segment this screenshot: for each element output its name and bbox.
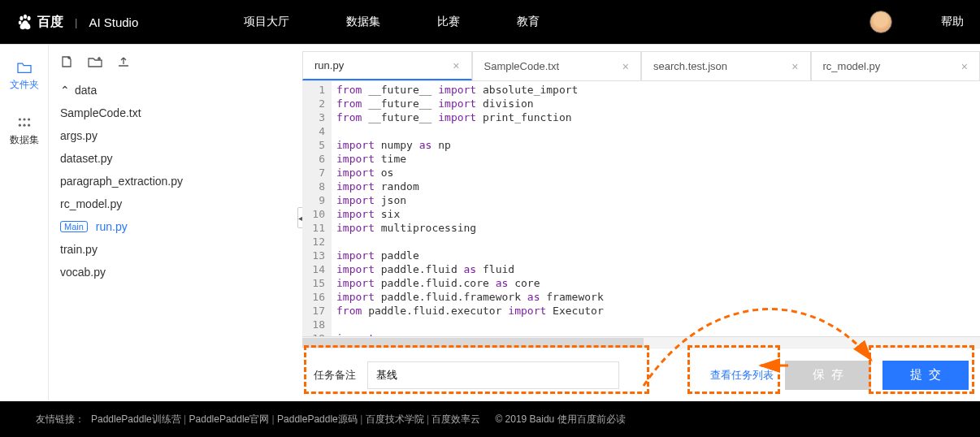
svg-point-6: [28, 118, 30, 120]
footer-link[interactable]: PaddlePaddle官网: [189, 413, 270, 425]
scrollbar-thumb[interactable]: [302, 338, 644, 348]
logo-baidu: 百度: [16, 13, 63, 31]
tab-label: SampleCode.txt: [484, 60, 560, 72]
rail-datasets[interactable]: 数据集: [10, 116, 39, 147]
nav-datasets[interactable]: 数据集: [346, 15, 380, 29]
footer-copyright: © 2019 Baidu 使用百度前必读: [495, 413, 625, 426]
tab-label: rc_model.py: [823, 60, 881, 72]
svg-point-3: [19, 21, 22, 25]
svg-point-5: [23, 118, 25, 120]
svg-point-0: [20, 16, 23, 21]
line-gutter: 123456789101112131415161718192021222324: [302, 81, 332, 336]
logo-separator: |: [75, 16, 77, 28]
top-right: 帮助: [869, 11, 964, 33]
view-tasks-link[interactable]: 查看任务列表: [710, 368, 774, 383]
code-editor[interactable]: 123456789101112131415161718192021222324 …: [302, 80, 980, 336]
new-folder-icon[interactable]: [88, 56, 102, 70]
file-tree: ⌃ data SampleCode.txtargs.pydataset.pypa…: [49, 74, 302, 288]
avatar[interactable]: [869, 11, 892, 33]
chevron-icon: ⌃: [60, 84, 70, 97]
rail-datasets-label: 数据集: [10, 133, 39, 147]
tree-file[interactable]: args.py: [49, 124, 302, 147]
svg-point-2: [28, 16, 31, 21]
editor-tab[interactable]: SampleCode.txt×: [472, 51, 642, 80]
editor-tabs: run.py×SampleCode.txt×search.test.json×r…: [302, 51, 980, 80]
logo[interactable]: 百度 | AI Studio: [16, 13, 138, 31]
close-icon[interactable]: ×: [791, 60, 798, 73]
footer: 友情链接： PaddlePaddle训练营 | PaddlePaddle官网 |…: [0, 401, 980, 437]
svg-point-7: [18, 124, 20, 127]
folder-icon: [16, 61, 33, 74]
footer-link[interactable]: 百度技术学院: [366, 413, 424, 425]
footer-link[interactable]: PaddlePaddle源码: [277, 413, 358, 425]
folder-label: data: [75, 84, 97, 97]
workspace: 文件夹 数据集 ⌃ data SampleCode.txtargs.pydata…: [0, 44, 980, 401]
upload-icon[interactable]: [117, 56, 130, 70]
paw-icon: [16, 13, 34, 31]
task-note-input[interactable]: [367, 361, 619, 389]
help-link[interactable]: 帮助: [941, 15, 964, 29]
tree-folder-data[interactable]: ⌃ data: [49, 79, 302, 102]
tree-file[interactable]: vocab.py: [49, 261, 302, 283]
tree-file[interactable]: rc_model.py: [49, 193, 302, 215]
top-bar: 百度 | AI Studio 项目大厅 数据集 比赛 教育 帮助: [0, 0, 980, 44]
nav-education[interactable]: 教育: [517, 15, 540, 29]
nav-projects[interactable]: 项目大厅: [244, 15, 289, 29]
close-icon[interactable]: ×: [622, 60, 629, 73]
svg-point-1: [24, 15, 27, 19]
footer-link[interactable]: PaddlePaddle训练营: [91, 413, 181, 425]
action-bar: 任务备注 查看任务列表 保存 提交: [302, 348, 980, 401]
tree-file[interactable]: train.py: [49, 238, 302, 261]
tree-file[interactable]: paragraph_extraction.py: [49, 170, 302, 193]
svg-point-9: [28, 124, 30, 127]
file-name: run.py: [96, 220, 128, 233]
file-name: paragraph_extraction.py: [60, 175, 183, 188]
tab-label: run.py: [314, 59, 344, 71]
svg-point-4: [18, 118, 20, 120]
file-name: SampleCode.txt: [60, 106, 141, 119]
editor-tab[interactable]: search.test.json×: [641, 51, 811, 80]
editor-column: ◀ run.py×SampleCode.txt×search.test.json…: [302, 45, 980, 401]
footer-label: 友情链接：: [36, 413, 85, 426]
close-icon[interactable]: ×: [453, 59, 459, 72]
sidebar-toolbar: [49, 45, 302, 74]
close-icon[interactable]: ×: [961, 60, 968, 73]
grid-icon: [16, 116, 33, 129]
file-sidebar: ⌃ data SampleCode.txtargs.pydataset.pypa…: [49, 45, 302, 401]
tab-label: search.test.json: [653, 60, 727, 72]
tree-file[interactable]: dataset.py: [49, 147, 302, 170]
file-name: train.py: [60, 243, 98, 256]
rail-files-label: 文件夹: [10, 78, 39, 92]
editor-tab[interactable]: run.py×: [302, 51, 472, 80]
nav-competitions[interactable]: 比赛: [437, 15, 460, 29]
top-nav: 项目大厅 数据集 比赛 教育: [244, 15, 540, 29]
submit-button[interactable]: 提交: [882, 361, 969, 390]
task-note-label: 任务备注: [314, 368, 356, 383]
rail-files[interactable]: 文件夹: [10, 61, 39, 92]
file-name: vocab.py: [60, 266, 106, 279]
new-file-icon[interactable]: [60, 55, 73, 71]
logo-text-en: AI Studio: [89, 15, 138, 29]
logo-text-cn: 百度: [37, 14, 63, 31]
file-name: rc_model.py: [60, 197, 122, 210]
file-name: dataset.py: [60, 152, 113, 165]
main-badge: Main: [60, 221, 88, 232]
file-name: args.py: [60, 129, 98, 142]
footer-link[interactable]: 百度效率云: [431, 413, 480, 425]
code-area[interactable]: from __future__ import absolute_importfr…: [332, 81, 980, 336]
tree-file[interactable]: SampleCode.txt: [49, 102, 302, 124]
svg-point-8: [23, 124, 25, 127]
left-rail: 文件夹 数据集: [0, 45, 49, 401]
save-button[interactable]: 保存: [785, 361, 871, 390]
tree-file[interactable]: Mainrun.py: [49, 215, 302, 238]
editor-tab[interactable]: rc_model.py×: [811, 51, 981, 80]
horizontal-scrollbar[interactable]: [302, 336, 980, 348]
